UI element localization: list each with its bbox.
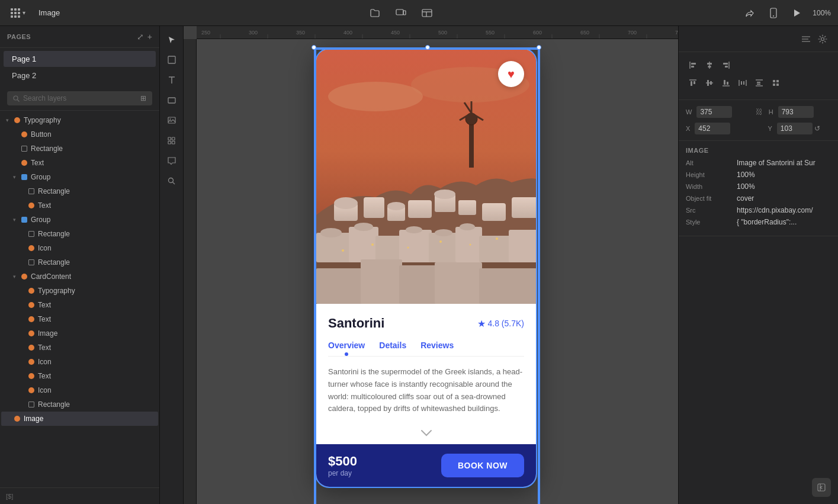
width-row: Width 100% [686, 182, 831, 191]
search-box[interactable]: Search layers ⊞ [7, 91, 152, 105]
src-row: Src https://cdn.pixabay.com/ [686, 206, 831, 214]
align-middle-btn[interactable] [702, 76, 717, 90]
svg-text:300: 300 [184, 201, 184, 210]
canvas-area[interactable]: 250 300 350 400 450 500 550 600 [184, 26, 678, 504]
page-item-2[interactable]: Page 2 [4, 68, 156, 84]
canvas-bg[interactable]: ♥ Santorini ★ 4.8 (5.7K) [197, 39, 678, 504]
layer-text-6[interactable]: Text [1, 369, 158, 383]
svg-text:500: 500 [184, 343, 184, 352]
x-input[interactable] [695, 123, 730, 134]
layer-group-2[interactable]: ▾ Group [1, 213, 158, 227]
fullscreen-pages-icon[interactable]: ⤢ [137, 32, 144, 41]
svg-rect-136 [776, 84, 779, 86]
svg-text:300: 300 [249, 30, 258, 36]
image-tool[interactable] [163, 111, 181, 129]
layer-text-3[interactable]: Text [1, 298, 158, 312]
handle-tl[interactable] [312, 45, 316, 50]
page-list: Page 1 Page 2 [0, 48, 159, 86]
align-center-h-btn[interactable] [702, 58, 717, 72]
svg-rect-15 [168, 137, 171, 140]
image-height-value: 100% [737, 171, 831, 179]
link-icon[interactable]: ⛓ [753, 108, 765, 116]
svg-point-7 [14, 96, 18, 100]
layer-text-4[interactable]: Text [1, 312, 158, 326]
svg-rect-16 [172, 137, 175, 140]
grid-menu-button[interactable]: ▾ [7, 6, 29, 20]
svg-text:250: 250 [201, 30, 210, 36]
expand-chevron[interactable] [328, 422, 524, 444]
layer-typography-inner[interactable]: Typography [1, 284, 158, 298]
align-grid-btn[interactable] [769, 76, 783, 90]
group-icon-2 [21, 217, 27, 223]
page-item-1[interactable]: Page 1 [4, 51, 156, 67]
layout-icon[interactable] [419, 5, 435, 21]
layer-cardcontent[interactable]: ▾ CardContent [1, 269, 158, 284]
svg-rect-114 [723, 63, 728, 65]
layer-text-1[interactable]: Text [1, 156, 158, 170]
select-tool[interactable] [163, 31, 181, 49]
tab-details[interactable]: Details [379, 341, 406, 355]
layer-image-root[interactable]: Image [1, 412, 158, 426]
svg-rect-117 [691, 81, 692, 86]
svg-text:600: 600 [184, 414, 184, 423]
layer-icon-3[interactable]: Icon [1, 383, 158, 397]
book-now-button[interactable]: BOOK NOW [441, 454, 524, 477]
align-left-btn[interactable] [686, 58, 700, 72]
text-tool[interactable] [163, 71, 181, 89]
add-page-icon[interactable]: + [147, 32, 152, 41]
layer-text-5[interactable]: Text [1, 341, 158, 355]
filter-icon[interactable]: ⊞ [140, 94, 146, 102]
layer-group-1[interactable]: ▾ Group [1, 170, 158, 184]
tab-overview[interactable]: Overview [328, 341, 365, 355]
svg-rect-118 [693, 81, 695, 84]
y-input[interactable] [777, 123, 813, 134]
heart-button[interactable]: ♥ [498, 61, 524, 87]
search-tool[interactable] [163, 172, 181, 190]
distribute-h-btn[interactable] [736, 76, 750, 90]
layer-text-2[interactable]: Text [1, 198, 158, 213]
layer-button[interactable]: Button [1, 127, 158, 142]
mobile-preview-icon[interactable] [765, 5, 782, 21]
card-description: Santorini is the supermodel of the Greek… [328, 366, 524, 415]
height-input[interactable] [778, 106, 814, 118]
frame-tool[interactable] [163, 51, 181, 69]
handle-tm[interactable] [425, 45, 430, 50]
align-top-btn[interactable] [686, 76, 700, 90]
panel-toggle-button[interactable] [812, 478, 831, 497]
layer-rectangle-5[interactable]: Rectangle [1, 397, 158, 412]
handle-tr[interactable] [537, 45, 541, 50]
devices-icon[interactable] [393, 5, 409, 21]
card-preview: ♥ Santorini ★ 4.8 (5.7K) [315, 48, 537, 488]
comment-tool[interactable] [163, 152, 181, 169]
layer-image-inner[interactable]: Image [1, 326, 158, 341]
layer-rectangle-4[interactable]: Rectangle [1, 255, 158, 269]
settings-panel-icon[interactable] [814, 31, 831, 47]
svg-rect-109 [691, 66, 694, 68]
distribute-v-btn[interactable] [752, 76, 766, 90]
play-button[interactable] [789, 5, 805, 21]
pages-actions: ⤢ + [137, 32, 152, 41]
layer-typography-root[interactable]: ▾ Typography [1, 113, 158, 127]
ruler-h-svg: 250 300 350 400 450 500 550 600 [197, 26, 678, 39]
align-bottom-btn[interactable] [719, 76, 733, 90]
align-panel-icon[interactable] [798, 31, 814, 47]
folder-icon[interactable] [367, 5, 383, 21]
rectangle-tool[interactable] [163, 91, 181, 109]
svg-text:400: 400 [343, 30, 352, 36]
svg-rect-18 [172, 141, 175, 144]
tab-reviews[interactable]: Reviews [420, 341, 454, 355]
component-tool[interactable] [163, 131, 181, 149]
image-section-title: IMAGE [686, 147, 831, 154]
share-icon[interactable] [741, 5, 758, 21]
svg-rect-133 [773, 80, 775, 82]
layer-rectangle-1[interactable]: Rectangle [1, 142, 158, 156]
layer-rectangle-3[interactable]: Rectangle [1, 227, 158, 241]
align-right-btn[interactable] [719, 58, 733, 72]
rotate-icon[interactable]: ↺ [814, 124, 820, 133]
layer-icon-2[interactable]: Icon [1, 355, 158, 369]
svg-text:500: 500 [438, 30, 447, 36]
layer-rectangle-2[interactable]: Rectangle [1, 184, 158, 198]
width-input[interactable] [696, 106, 732, 118]
object-fit-row: Object fit cover [686, 194, 831, 203]
layer-icon-1[interactable]: Icon [1, 241, 158, 255]
